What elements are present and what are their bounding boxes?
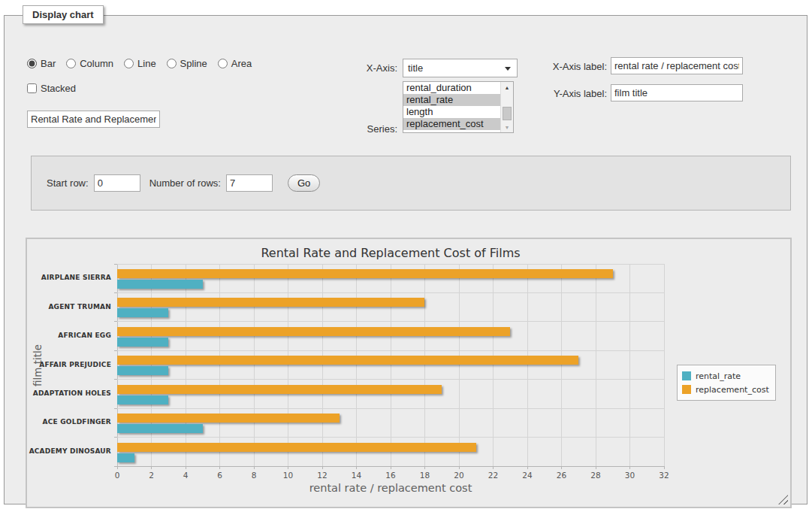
x-tick-mark <box>424 466 425 469</box>
chart-title: Rental Rate and Replacement Cost of Film… <box>117 246 664 260</box>
series-option-rental_rate[interactable]: rental_rate <box>403 94 500 106</box>
gridline-x-16 <box>391 264 391 466</box>
legend-item-replacement_cost[interactable]: replacement_cost <box>682 383 769 396</box>
chart-type-spline[interactable]: Spline <box>167 58 207 69</box>
bar-rental_rate <box>117 280 203 289</box>
x-tick-mark <box>561 466 562 469</box>
scroll-up-icon[interactable]: ▲ <box>501 82 513 92</box>
bar-rental_rate <box>117 338 168 347</box>
x-axis-label-input[interactable] <box>611 57 743 74</box>
x-tick-label: 32 <box>653 471 675 480</box>
series-scrollbar[interactable]: ▲ ▼ <box>500 82 513 132</box>
gridline-x-14 <box>356 264 357 466</box>
chart-legend: rental_ratereplacement_cost <box>677 365 776 401</box>
category-label: AFRICAN EGG <box>27 332 111 339</box>
x-axis-label-label: X-Axis label: <box>523 61 607 72</box>
category-label: ACE GOLDFINGER <box>27 418 111 426</box>
x-tick-label: 24 <box>516 471 539 480</box>
x-tick-label: 4 <box>174 471 197 480</box>
go-button[interactable]: Go <box>288 174 320 192</box>
x-tick-mark <box>527 466 528 469</box>
gridline-x-32 <box>664 264 665 466</box>
chart-type-column[interactable]: Column <box>66 58 113 69</box>
x-tick-label: 10 <box>277 471 300 480</box>
chart-type-radio-line[interactable] <box>124 59 134 68</box>
replacement_cost-swatch <box>682 385 691 394</box>
chart-type-radio-area[interactable] <box>218 59 228 68</box>
num-rows-label: Number of rows: <box>149 177 221 189</box>
gridline-y-7 <box>117 466 664 467</box>
scroll-down-icon[interactable]: ▼ <box>501 122 513 132</box>
chart-type-radio-column[interactable] <box>66 59 76 68</box>
chart-type-label: Spline <box>180 58 207 69</box>
x-tick-mark <box>629 466 630 469</box>
y-axis-label-input[interactable] <box>611 84 743 101</box>
stacked-label: Stacked <box>41 83 76 94</box>
stacked-row[interactable]: Stacked <box>27 83 76 94</box>
chart-type-radio-bar[interactable] <box>27 59 37 68</box>
bar-rental_rate <box>117 453 134 462</box>
series-list-label: Series: <box>328 123 397 135</box>
start-row-input[interactable] <box>94 174 140 192</box>
scrollbar-thumb[interactable] <box>503 107 512 120</box>
y-tick-mark <box>114 379 117 380</box>
stacked-checkbox[interactable] <box>27 83 37 93</box>
y-tick-mark <box>114 321 117 322</box>
x-tick-mark <box>322 466 323 469</box>
x-axis-select-label: X-Axis: <box>328 62 397 74</box>
gridline-x-18 <box>424 264 425 466</box>
bar-replacement_cost <box>117 385 442 394</box>
chart-type-label: Column <box>80 58 113 69</box>
display-chart-fieldset: BarColumnLineSplineArea Stacked X-Axis: … <box>4 15 807 504</box>
x-tick-mark <box>151 466 152 469</box>
bar-replacement_cost <box>117 269 613 278</box>
chart-type-label: Line <box>137 58 156 69</box>
rental_rate-swatch <box>682 371 691 380</box>
x-tick-label: 8 <box>243 471 265 480</box>
series-option-length[interactable]: length <box>403 106 500 118</box>
x-tick-label: 14 <box>346 471 368 480</box>
x-tick-label: 22 <box>482 471 505 480</box>
chart-type-line[interactable]: Line <box>124 58 156 69</box>
chart-container: Rental Rate and Replacement Cost of Film… <box>26 238 792 508</box>
bar-replacement_cost <box>117 356 578 365</box>
legend-label: rental_rate <box>696 371 741 381</box>
x-tick-mark <box>664 466 665 469</box>
chart-type-radio-spline[interactable] <box>167 59 177 68</box>
series-option-rental_duration[interactable]: rental_duration <box>403 82 500 94</box>
x-tick-mark <box>459 466 460 469</box>
x-tick-label: 20 <box>448 471 470 480</box>
x-tick-mark <box>391 466 391 469</box>
x-tick-mark <box>254 466 255 469</box>
y-axis-title: film title <box>32 344 44 386</box>
chart-type-bar[interactable]: Bar <box>27 58 56 69</box>
gridline-x-2 <box>151 264 152 466</box>
legend-item-rental_rate[interactable]: rental_rate <box>682 369 769 383</box>
fieldset-legend: Display chart <box>23 5 104 24</box>
chart-plot-area <box>117 264 664 466</box>
gridline-x-30 <box>629 264 630 466</box>
gridline-y-5 <box>117 408 664 409</box>
bar-replacement_cost <box>117 414 340 423</box>
gridline-y-0 <box>117 264 664 265</box>
x-tick-label: 26 <box>551 471 573 480</box>
category-label: AGENT TRUMAN <box>27 303 111 311</box>
gridline-x-10 <box>288 264 288 466</box>
chart-title-input[interactable] <box>27 111 160 128</box>
bar-rental_rate <box>117 424 203 433</box>
chart-type-options: BarColumnLineSplineArea <box>27 58 252 69</box>
series-option-replacement_cost[interactable]: replacement_cost <box>403 118 500 130</box>
chart-resize-handle[interactable] <box>778 495 788 504</box>
num-rows-input[interactable] <box>226 174 273 192</box>
x-axis-select[interactable]: title <box>403 59 518 77</box>
x-axis-selected-value: title <box>408 62 423 74</box>
x-tick-label: 0 <box>106 471 128 480</box>
page: BarColumnLineSplineArea Stacked X-Axis: … <box>0 0 812 512</box>
series-multiselect[interactable]: rental_durationrental_ratelengthreplacem… <box>403 81 514 133</box>
bar-rental_rate <box>117 395 168 404</box>
chart-type-area[interactable]: Area <box>218 58 252 69</box>
bar-replacement_cost <box>117 443 476 452</box>
x-axis-title: rental rate / replacement cost <box>117 482 664 494</box>
x-tick-mark <box>356 466 357 469</box>
chart-type-label: Bar <box>41 58 56 69</box>
